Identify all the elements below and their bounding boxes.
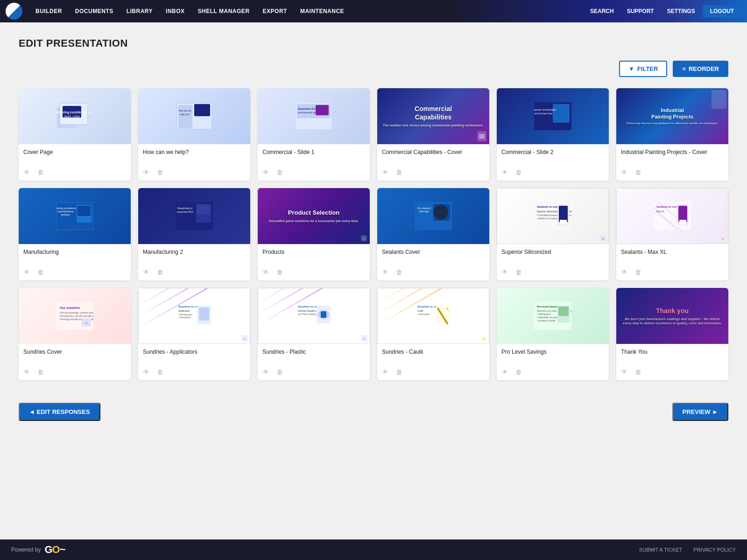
slide-name-commercial1: Commercial - Slide 1 bbox=[262, 149, 365, 164]
nav-builder[interactable]: BUILDER bbox=[30, 5, 68, 17]
slide-eye-howcan[interactable]: 👁 bbox=[143, 168, 149, 176]
slide-eye-pro-savings[interactable]: 👁 bbox=[501, 368, 508, 376]
nav-support[interactable]: SUPPORT bbox=[621, 5, 660, 17]
slide-name-products: Products bbox=[262, 249, 365, 264]
svg-text:Application: Application bbox=[178, 309, 190, 312]
slide-card-commercial1: Expertise for the commercial space Comme… bbox=[258, 88, 370, 181]
slide-eye-manufacturing2[interactable]: 👁 bbox=[143, 268, 149, 276]
slide-thumb-manufacturing: Delivering excellence to manufacturing f… bbox=[19, 188, 131, 244]
svg-rect-7 bbox=[178, 105, 192, 128]
slide-eye-sundries[interactable]: 👁 bbox=[23, 368, 30, 376]
nav-maintenance[interactable]: MAINTENANCE bbox=[295, 5, 350, 17]
slide-name-cover: Cover Page bbox=[23, 149, 126, 164]
slide-thumb-sundries-app: Sundries to consider: Application • Pain… bbox=[138, 288, 250, 344]
slide-eye-commercial1[interactable]: 👁 bbox=[262, 168, 269, 176]
slide-thumb-sealants-max: Sealants to consider: Max XL ⌂ bbox=[616, 188, 728, 244]
svg-text:• Accessories: • Accessories bbox=[417, 313, 430, 315]
slide-delete-sundries-caulk[interactable]: 🗑 bbox=[396, 368, 402, 376]
slide-delete-commercial-cap[interactable]: 🗑 bbox=[396, 168, 402, 176]
slide-delete-sundries-plastic[interactable]: 🗑 bbox=[276, 368, 283, 376]
slide-eye-sundries-plastic[interactable]: 👁 bbox=[262, 368, 269, 376]
slide-delete-superior[interactable]: 🗑 bbox=[515, 268, 522, 276]
slide-name-pro-savings: Pro Level Savings bbox=[501, 349, 604, 364]
filter-label: FILTER bbox=[637, 65, 658, 72]
slide-eye-industrial[interactable]: 👁 bbox=[621, 168, 627, 176]
slide-eye-commercial2[interactable]: 👁 bbox=[501, 168, 508, 176]
slide-eye-sundries-app[interactable]: 👁 bbox=[143, 368, 149, 376]
svg-text:and Plastic Sheeting: and Plastic Sheeting bbox=[298, 313, 317, 315]
slide-eye-sealants[interactable]: 👁 bbox=[382, 268, 388, 276]
footer: Powered by GO~ SUBMIT A TICKET PRIVACY P… bbox=[0, 539, 747, 560]
slide-delete-industrial[interactable]: 🗑 bbox=[635, 168, 641, 176]
slide-eye-superior[interactable]: 👁 bbox=[501, 268, 508, 276]
slide-delete-sundries[interactable]: 🗑 bbox=[37, 368, 44, 376]
slide-delete-cover[interactable]: 🗑 bbox=[37, 168, 44, 176]
slide-name-thank-you: Thank You bbox=[621, 349, 724, 364]
slide-delete-manufacturing2[interactable]: 🗑 bbox=[157, 268, 163, 276]
slide-card-commercial-cap: Commercial Capabilities The number one c… bbox=[377, 88, 489, 181]
nav-inbox[interactable]: INBOX bbox=[160, 5, 190, 17]
slide-eye-sealants-max[interactable]: 👁 bbox=[621, 268, 627, 276]
svg-text:maximize ROI: maximize ROI bbox=[177, 210, 193, 213]
privacy-policy-link[interactable]: PRIVACY POLICY bbox=[693, 547, 736, 553]
slide-thumb-text-commercial-cap: Commercial Capabilities The number one c… bbox=[383, 105, 484, 127]
powered-by-label: Powered by bbox=[11, 546, 41, 553]
submit-ticket-link[interactable]: SUBMIT A TICKET bbox=[639, 547, 683, 553]
filter-button[interactable]: ▼ FILTER bbox=[619, 61, 667, 77]
slide-thumb-products: Product Selection Innovative paint solut… bbox=[258, 188, 370, 244]
svg-text:How can we: How can we bbox=[178, 109, 191, 112]
slide-thumb-howcan: How can we help you? bbox=[138, 88, 250, 144]
toolbar: ▼ FILTER ≡ REORDER bbox=[19, 61, 728, 77]
nav-documents[interactable]: DOCUMENTS bbox=[70, 5, 119, 17]
nav-shell-manager[interactable]: SHELL MANAGER bbox=[192, 5, 255, 17]
svg-rect-15 bbox=[479, 134, 485, 139]
preview-button[interactable]: PREVIEW ► bbox=[672, 403, 728, 421]
svg-text:Roll coat technology, customer: Roll coat technology, customer education… bbox=[60, 312, 93, 314]
svg-text:manufacturing: manufacturing bbox=[57, 210, 74, 213]
slide-delete-howcan[interactable]: 🗑 bbox=[157, 168, 163, 176]
nav-search[interactable]: SEARCH bbox=[585, 5, 620, 17]
slide-delete-commercial2[interactable]: 🗑 bbox=[515, 168, 522, 176]
slide-card-howcan: How can we help you? How can we help? 👁 … bbox=[138, 88, 250, 181]
slide-card-manufacturing: Delivering excellence to manufacturing f… bbox=[19, 188, 131, 280]
slide-delete-products[interactable]: 🗑 bbox=[276, 268, 283, 276]
slide-delete-pro-savings[interactable]: 🗑 bbox=[515, 368, 522, 376]
nav-library[interactable]: LIBRARY bbox=[121, 5, 158, 17]
slide-thumb-pro-savings: Pro-level Savings Maximize your profits … bbox=[497, 288, 609, 344]
slide-delete-manufacturing[interactable]: 🗑 bbox=[37, 268, 44, 276]
slide-delete-sundries-app[interactable]: 🗑 bbox=[157, 368, 163, 376]
slide-card-thank-you: Thank you We don't just manufacture coat… bbox=[616, 288, 728, 380]
slide-delete-sealants-max[interactable]: 🗑 bbox=[635, 268, 641, 276]
edit-responses-button[interactable]: ◄ EDIT RESPONSES bbox=[19, 403, 100, 421]
slide-delete-commercial1[interactable]: 🗑 bbox=[276, 168, 283, 176]
slide-eye-thank-you[interactable]: 👁 bbox=[621, 368, 627, 376]
slide-eye-commercial-cap[interactable]: 👁 bbox=[382, 168, 388, 176]
slide-eye-cover[interactable]: 👁 bbox=[23, 168, 30, 176]
slide-card-sundries-app: Sundries to consider: Application • Pain… bbox=[138, 288, 250, 380]
svg-text:paint, color: paint, color bbox=[64, 115, 80, 119]
slide-name-industrial: Industrial Painting Projects - Cover bbox=[621, 149, 724, 164]
svg-rect-66 bbox=[199, 308, 209, 321]
nav-export[interactable]: EXPORT bbox=[257, 5, 293, 17]
slide-card-sundries-plastic: Sundries to consider: Painting Supplies,… bbox=[258, 288, 370, 380]
page-title: EDIT PRESENTATION bbox=[19, 37, 728, 49]
slide-eye-products[interactable]: 👁 bbox=[262, 268, 269, 276]
slide-thumb-sundries-caulk: Sundries to consider: Caulk • Accessorie… bbox=[377, 288, 489, 344]
slide-name-superior: Superior Siliconized bbox=[501, 249, 604, 264]
slide-delete-sealants[interactable]: 🗑 bbox=[396, 268, 402, 276]
slide-delete-thank-you[interactable]: 🗑 bbox=[635, 368, 641, 376]
nav-logout[interactable]: LOGOUT bbox=[703, 5, 741, 17]
slide-thumb-text-industrial: Industrial Painting Projects Delivering … bbox=[622, 107, 723, 125]
slide-eye-manufacturing[interactable]: 👁 bbox=[23, 268, 30, 276]
slide-eye-sundries-caulk[interactable]: 👁 bbox=[382, 368, 388, 376]
slide-card-sundries: Our sundries Roll coat technology, custo… bbox=[19, 288, 131, 380]
svg-rect-17 bbox=[553, 104, 570, 123]
nav-settings[interactable]: SETTINGS bbox=[662, 5, 701, 17]
svg-text:• Increase in benefit: • Increase in benefit bbox=[537, 320, 556, 322]
svg-text:• Accessories: • Accessories bbox=[178, 316, 191, 319]
reorder-button[interactable]: ≡ REORDER bbox=[673, 61, 728, 77]
slide-card-manufacturing2: Repainting to maximize ROI Manufacturing… bbox=[138, 188, 250, 280]
nav-left: BUILDER DOCUMENTS LIBRARY INBOX SHELL MA… bbox=[30, 5, 585, 17]
slide-grid: Delivering excellence in paint, color Co… bbox=[19, 88, 728, 380]
svg-text:Pro-level Savings: Pro-level Savings bbox=[537, 305, 561, 308]
